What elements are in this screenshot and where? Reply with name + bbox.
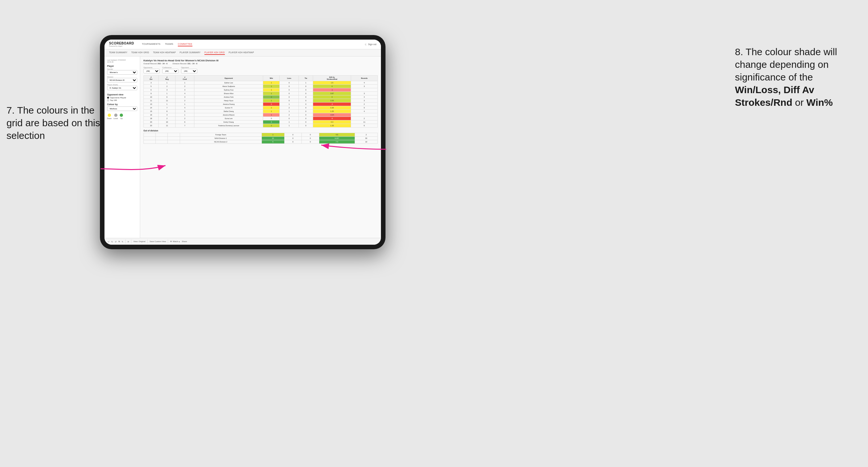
sign-out-link[interactable]: Sign out: [368, 43, 376, 45]
logo-text: SCOREBOARD: [109, 41, 134, 45]
table-row: 1822Euna Lee000-52: [144, 117, 378, 120]
filter-conference-label: Conference: [162, 66, 179, 68]
save-custom-view-btn[interactable]: Save Custom View: [150, 241, 166, 242]
table-row: 1063Andrea York20044: [144, 95, 378, 99]
table-row: 1474Eunice Yi2200.389: [144, 106, 378, 110]
opponent-view-label: Opponent view: [107, 93, 137, 96]
toolbar-divider-1: [125, 240, 126, 243]
sub-nav-team-h2h-heatmap[interactable]: TEAM H2H HEATMAP: [153, 51, 176, 55]
ood-table-row: NCAA Division 25007.410: [144, 140, 378, 144]
sub-nav-team-h2h-grid[interactable]: TEAM H2H GRID: [131, 51, 149, 55]
ood-table-row: NAIA Division 115009.26730: [144, 136, 378, 140]
nav-sign-in-icon: ›|: [365, 43, 366, 45]
logo-area: SCOREBOARD Powered by clippd: [109, 41, 134, 47]
nav-right: ›| Sign out: [365, 43, 376, 45]
grid-subtitle: Overall Record: 353 - 34 - 6 Division Re…: [144, 63, 378, 65]
sub-nav-player-h2h-heatmap[interactable]: PLAYER H2H HEATMAP: [229, 51, 254, 55]
sub-nav: TEAM SUMMARY TEAM H2H GRID TEAM H2H HEAT…: [104, 49, 381, 57]
grid-title: Katelyn Vo Head-to-Head Grid for Women's…: [144, 59, 378, 62]
colour-legend: Down Level Up: [107, 114, 137, 119]
main-content: Last Updated: 27/03/2024 16:55:38 Player…: [104, 57, 381, 238]
tablet-frame: SCOREBOARD Powered by clippd TOURNAMENTS…: [100, 35, 385, 249]
table-row: 1631Jessica Mason120-0.94: [144, 113, 378, 117]
filter-opponent-label: Opponent: [181, 66, 197, 68]
table-row: 11112Heejo Hyun1003.333: [144, 99, 378, 102]
nav-items: TOURNAMENTS TEAMS COMMITTEE: [142, 42, 360, 46]
logo-sub: Powered by clippd: [109, 45, 134, 47]
gender-select[interactable]: Women's: [107, 70, 137, 75]
player-section-title: Player: [107, 65, 137, 67]
table-row: 522Alexis Sudjianto10043: [144, 85, 378, 88]
grid-area: Katelyn Vo Head-to-Head Grid for Women's…: [140, 57, 381, 238]
th-conf: #Conf: [175, 75, 194, 81]
legend-label-down: Down: [107, 118, 112, 119]
right-annotation: 8. The colour shade will change dependin…: [735, 45, 858, 109]
edit-btn[interactable]: ✎: [122, 241, 123, 243]
share-btn[interactable]: Share: [182, 241, 187, 242]
legend-dot-up: [120, 114, 123, 117]
nav-item-tournaments[interactable]: TOURNAMENTS: [142, 42, 160, 46]
legend-level: Level: [114, 114, 118, 119]
h2h-table: #Div #Reg #Conf Opponent Win Loss Tie Di…: [144, 75, 378, 128]
out-of-division-table: Foreign Team1004.52NAIA Division 115009.…: [144, 133, 378, 144]
opponent-view-radio-group: Opponents Played Top 100: [107, 97, 137, 101]
table-row: 914Sharon Mun1003.673: [144, 92, 378, 95]
table-row: 1311Jessica Huang010-32: [144, 102, 378, 106]
last-updated-time: 16:55:38: [107, 61, 137, 63]
out-of-division-header: Out of division: [144, 129, 378, 132]
th-div: #Div: [144, 75, 159, 81]
sub-nav-team-summary[interactable]: TEAM SUMMARY: [109, 51, 127, 55]
division-record: Division Record: 331 - 34 - 6: [173, 63, 197, 65]
redo2-btn[interactable]: ↺: [115, 241, 117, 243]
copy-btn[interactable]: ⧉: [118, 241, 120, 243]
th-diff: Diff AvStrokes/Rnd: [313, 75, 351, 81]
overall-record: Overall Record: 353 - 34 - 6: [144, 63, 167, 65]
table-row: 20117Federica Domecq Lacroze2101.336: [144, 124, 378, 128]
sidebar: Last Updated: 27/03/2024 16:55:38 Player…: [104, 57, 140, 238]
table-row: 1585Stella Cheng1101.254: [144, 110, 378, 113]
filter-conference: Conference (All): [162, 66, 179, 73]
left-annotation: 7. The colours in the grid are based on …: [6, 104, 101, 142]
radio-label-top100: Top 100: [110, 99, 117, 101]
filter-opponents-select[interactable]: (All): [144, 69, 160, 73]
view-original-btn[interactable]: View: Original: [133, 241, 145, 242]
table-row: 311Esther Lee1011.54: [144, 81, 378, 85]
table-row: 20106Emily Chang4100.311: [144, 120, 378, 124]
undo-btn[interactable]: ↩: [108, 241, 110, 243]
th-reg: #Reg: [159, 75, 176, 81]
table-row: 633Sydney Kuo100-1: [144, 88, 378, 92]
filter-conference-select[interactable]: (All): [162, 69, 179, 73]
th-opponent: Opponent: [194, 75, 263, 81]
toolbar-divider-4: [168, 240, 168, 243]
player-rank-select[interactable]: 8. Katelyn Vo: [107, 86, 137, 90]
toolbar-bottom: ↩ ↻ ↺ ⧉ ✎ ⟳ View: Original Save Custom V…: [104, 238, 381, 245]
legend-dot-level: [114, 114, 118, 117]
nav-item-teams[interactable]: TEAMS: [165, 42, 173, 46]
toolbar-divider-3: [147, 240, 148, 243]
nav-item-committee[interactable]: COMMITTEE: [178, 42, 192, 46]
filters-row: Opponents: (All) Conference (All) Oppone…: [144, 66, 378, 73]
filter-opponents-label: Opponents:: [144, 66, 160, 68]
th-tie: Tie: [299, 75, 313, 81]
colour-by-label: Colour by: [107, 103, 137, 105]
last-updated: Last Updated: 27/03/2024 16:55:38: [107, 59, 137, 63]
sub-nav-player-h2h-grid[interactable]: PLAYER H2H GRID: [205, 51, 225, 55]
legend-down: Down: [107, 114, 112, 119]
legend-label-level: Level: [114, 118, 118, 119]
division-select[interactable]: NCAA Division III: [107, 78, 137, 83]
legend-up: Up: [120, 114, 123, 119]
radio-label-opponents-played: Opponents Played: [110, 97, 126, 99]
colour-by-select[interactable]: Win/loss: [107, 106, 137, 111]
radio-opponents-played[interactable]: Opponents Played: [107, 97, 137, 99]
refresh-btn[interactable]: ⟳: [127, 241, 129, 243]
legend-label-up: Up: [120, 118, 123, 119]
th-rounds: Rounds: [351, 75, 378, 81]
radio-top100[interactable]: Top 100: [107, 99, 137, 101]
radio-dot-opponents-played: [107, 97, 109, 99]
th-win: Win: [263, 75, 280, 81]
filter-opponent-select[interactable]: (All): [181, 69, 197, 73]
tablet-screen: SCOREBOARD Powered by clippd TOURNAMENTS…: [104, 40, 381, 245]
sub-nav-player-summary[interactable]: PLAYER SUMMARY: [180, 51, 200, 55]
watch-btn[interactable]: 👁 Watch ▾: [170, 241, 180, 243]
redo-btn[interactable]: ↻: [111, 241, 113, 243]
